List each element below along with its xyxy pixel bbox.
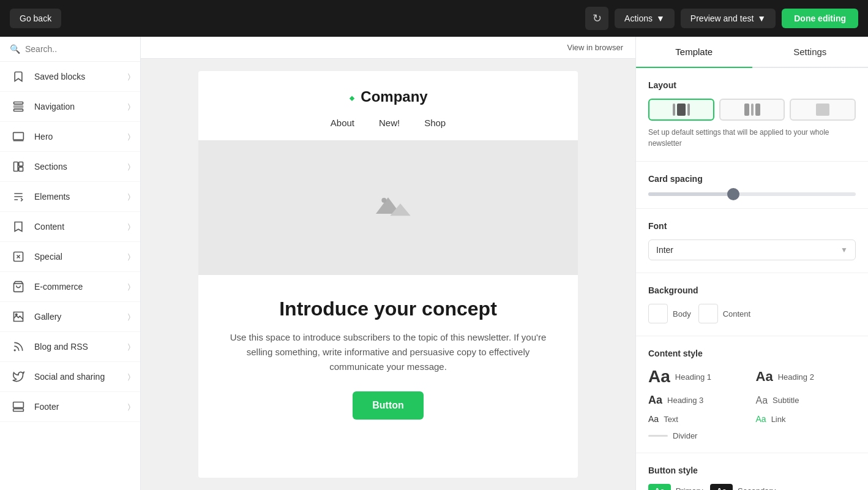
sidebar-item-footer[interactable]: Footer 〉 <box>0 392 140 422</box>
svg-marker-8 <box>15 222 22 232</box>
sidebar-item-sections-label: Sections <box>34 162 121 172</box>
heading3-preview: Aa <box>648 394 662 407</box>
email-nav-about[interactable]: About <box>331 118 354 128</box>
btn-primary-preview: Aa <box>648 484 671 490</box>
chevron-right-icon: 〉 <box>128 372 130 381</box>
hero-placeholder-icon <box>364 189 413 226</box>
content-style-link[interactable]: Aa Link <box>756 414 856 424</box>
divider-preview <box>648 435 668 437</box>
chevron-right-icon: 〉 <box>128 312 130 321</box>
background-section: Background Body Content <box>636 273 868 336</box>
chevron-right-icon: 〉 <box>128 252 130 261</box>
chevron-right-icon: 〉 <box>128 342 130 351</box>
topbar: Go back ↻ Actions ▼ Preview and test ▼ D… <box>0 0 868 37</box>
layout-option-3[interactable] <box>790 99 856 121</box>
sidebar-item-elements[interactable]: Elements 〉 <box>0 182 140 212</box>
chevron-right-icon: 〉 <box>128 222 130 231</box>
sidebar-search-container: 🔍 <box>0 37 140 62</box>
email-hero-image <box>198 140 578 275</box>
font-select-value: Inter <box>656 245 673 255</box>
bg-content-option[interactable]: Content <box>698 304 751 323</box>
canvas-content: ⬥ Company About New! Shop <box>141 59 635 490</box>
svg-rect-5 <box>14 162 18 172</box>
sidebar-item-saved-blocks-label: Saved blocks <box>34 72 121 81</box>
bg-body-option[interactable]: Body <box>648 304 691 323</box>
svg-rect-3 <box>13 132 24 140</box>
tab-settings[interactable]: Settings <box>752 37 869 67</box>
chevron-right-icon: 〉 <box>128 282 130 291</box>
bg-body-label: Body <box>673 309 691 318</box>
font-select-arrow-icon: ▼ <box>840 246 848 254</box>
text-preview: Aa <box>648 414 659 424</box>
background-options: Body Content <box>648 304 856 323</box>
sidebar-item-navigation-label: Navigation <box>34 102 121 111</box>
content-style-heading2[interactable]: Aa Heading 2 <box>756 367 856 386</box>
content-style-heading1[interactable]: Aa Heading 1 <box>648 367 749 386</box>
sidebar-item-hero[interactable]: Hero 〉 <box>0 122 140 152</box>
layout-option-1[interactable] <box>648 99 714 121</box>
layout-option-2[interactable] <box>719 99 785 121</box>
email-cta-button[interactable]: Button <box>353 391 424 420</box>
sidebar-item-ecommerce[interactable]: E-commerce 〉 <box>0 272 140 302</box>
chevron-right-icon: 〉 <box>128 162 130 171</box>
done-editing-button[interactable]: Done editing <box>782 9 858 28</box>
bg-body-swatch <box>648 304 668 323</box>
sidebar-item-gallery-label: Gallery <box>34 312 121 322</box>
btn-secondary-option[interactable]: Aa Secondary <box>710 484 776 490</box>
content-style-heading3[interactable]: Aa Heading 3 <box>648 394 749 407</box>
content-style-subtitle[interactable]: Aa Subtitle <box>756 394 856 407</box>
card-spacing-slider[interactable] <box>648 192 856 196</box>
search-input[interactable] <box>25 44 130 54</box>
hero-icon <box>10 130 27 143</box>
layout-title: Layout <box>648 80 856 90</box>
main-layout: 🔍 Saved blocks 〉 Navigation 〉 Hero 〉 <box>0 37 868 490</box>
email-headline: Introduce your concept <box>223 297 553 320</box>
preview-button[interactable]: Preview and test ▼ <box>681 9 776 28</box>
slider-thumb[interactable] <box>727 188 739 200</box>
svg-rect-15 <box>13 409 24 411</box>
sidebar-item-social[interactable]: Social and sharing 〉 <box>0 362 140 392</box>
layout-section: Layout <box>636 68 868 162</box>
content-style-divider[interactable]: Divider <box>648 431 749 440</box>
content-style-text[interactable]: Aa Text <box>648 414 749 424</box>
sidebar-item-content-label: Content <box>34 222 121 232</box>
actions-chevron-icon: ▼ <box>656 13 665 23</box>
svg-rect-7 <box>19 167 23 172</box>
text-label: Text <box>664 415 678 424</box>
special-icon <box>10 251 27 263</box>
svg-point-13 <box>15 314 17 315</box>
subtitle-preview: Aa <box>756 395 768 406</box>
sidebar-item-blog-rss[interactable]: Blog and RSS 〉 <box>0 332 140 362</box>
actions-button[interactable]: Actions ▼ <box>615 9 675 28</box>
email-nav-new[interactable]: New! <box>379 118 400 128</box>
svg-rect-16 <box>13 402 24 408</box>
sidebar-item-gallery[interactable]: Gallery 〉 <box>0 302 140 332</box>
preview-label: Preview and test <box>690 13 754 23</box>
tab-template[interactable]: Template <box>636 37 752 68</box>
go-back-button[interactable]: Go back <box>10 9 61 28</box>
sidebar-item-navigation[interactable]: Navigation 〉 <box>0 92 140 122</box>
btn-primary-label: Primary <box>676 486 703 490</box>
card-spacing-section: Card spacing <box>636 162 868 209</box>
font-select-dropdown[interactable]: Inter ▼ <box>648 239 856 260</box>
email-body: Introduce your concept Use this space to… <box>198 275 578 442</box>
btn-primary-option[interactable]: Aa Primary <box>648 484 703 490</box>
sidebar-item-special[interactable]: Special 〉 <box>0 242 140 272</box>
card-spacing-title: Card spacing <box>648 174 856 184</box>
background-title: Background <box>648 285 856 295</box>
content-style-title: Content style <box>648 349 856 358</box>
sidebar-item-sections[interactable]: Sections 〉 <box>0 152 140 182</box>
navigation-icon <box>10 100 27 113</box>
heading3-label: Heading 3 <box>667 396 703 405</box>
svg-point-14 <box>14 350 15 351</box>
svg-rect-0 <box>14 102 23 104</box>
email-nav-shop[interactable]: Shop <box>424 118 446 128</box>
sidebar-item-content[interactable]: Content 〉 <box>0 212 140 242</box>
layout-bars-icon-2 <box>744 104 760 116</box>
chevron-right-icon: 〉 <box>128 402 130 411</box>
sidebar-item-social-label: Social and sharing <box>34 372 121 382</box>
social-icon <box>10 371 27 383</box>
view-in-browser-link[interactable]: View in browser <box>567 43 623 52</box>
history-button[interactable]: ↻ <box>585 7 608 30</box>
sidebar-item-saved-blocks[interactable]: Saved blocks 〉 <box>0 62 140 92</box>
